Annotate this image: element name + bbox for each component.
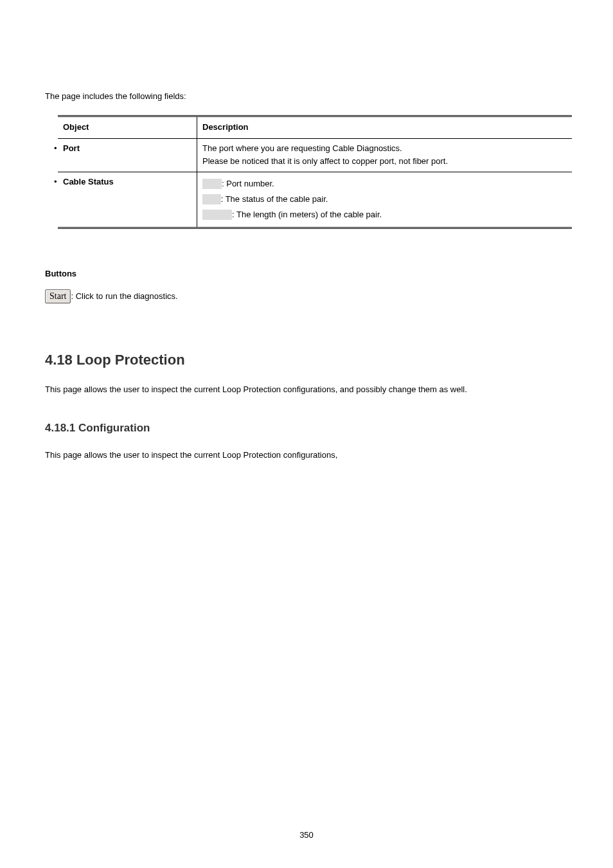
def-text: : The length (in meters) of the cable pa… [232, 210, 382, 219]
col-header-object: Object [58, 116, 197, 138]
row-object-port: Port [63, 143, 80, 153]
section-heading-loop-protection: 4.18 Loop Protection [45, 348, 568, 371]
buttons-section: Buttons Start: Click to run the diagnost… [45, 267, 568, 304]
def-pair: Pair: The status of the cable pair. [202, 193, 567, 206]
page-number: 350 [0, 829, 613, 842]
def-label: Length [202, 210, 232, 220]
subsection-heading-configuration: 4.18.1 Configuration [45, 419, 568, 437]
row-desc-line: The port where you are requesting Cable … [202, 142, 567, 156]
row-object-cable-status: Cable Status [63, 177, 114, 186]
row-desc-line: Please be noticed that it is only affect… [202, 155, 567, 168]
section-paragraph: This page allows the user to inspect the… [45, 383, 568, 397]
def-text: : Port number. [222, 179, 274, 188]
start-button[interactable]: Start [45, 289, 71, 303]
def-length: Length: The length (in meters) of the ca… [202, 208, 567, 222]
subsection-paragraph: This page allows the user to inspect the… [45, 449, 568, 462]
intro-text: The page includes the following fields: [45, 90, 568, 104]
def-label: Pair [202, 194, 221, 204]
table-row: Port The port where you are requesting C… [58, 138, 572, 172]
col-header-description: Description [197, 116, 573, 138]
def-text: : The status of the cable pair. [221, 194, 328, 204]
def-label: Port [202, 179, 222, 189]
fields-table: Object Description Port The port where y… [58, 115, 572, 229]
buttons-heading: Buttons [45, 267, 568, 281]
table-row: Cable Status Port: Port number. Pair: Th… [58, 172, 572, 228]
def-port: Port: Port number. [202, 177, 567, 191]
start-button-desc: : Click to run the diagnostics. [71, 290, 177, 303]
